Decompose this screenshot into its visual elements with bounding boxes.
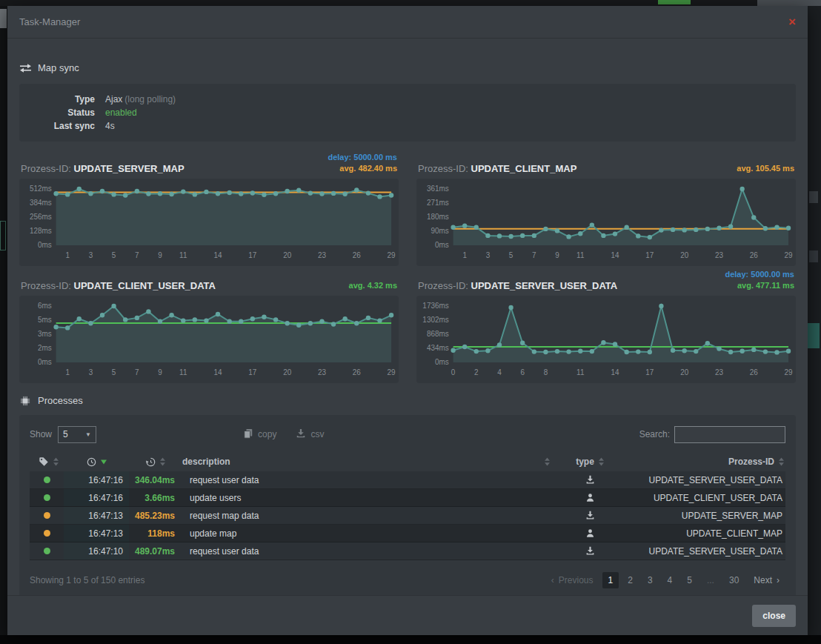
sort-desc-icon: [101, 459, 107, 465]
column-header-type[interactable]: type: [556, 457, 624, 467]
pagination-page-3[interactable]: 3: [642, 572, 659, 588]
svg-text:1: 1: [462, 251, 467, 259]
last-sync-value: 4s: [105, 119, 796, 133]
chart-delay-label: delay: 5000.00 ms: [328, 152, 397, 163]
svg-text:29: 29: [785, 251, 793, 259]
chip-icon: [19, 396, 32, 406]
table-row[interactable]: 16:47:16346.04msrequest user dataUPDATE_…: [30, 471, 785, 489]
status-dot: [44, 494, 50, 501]
svg-text:11: 11: [179, 368, 187, 376]
pagination-page-5[interactable]: 5: [681, 572, 698, 588]
chart-title-prefix: Prozess-ID:: [21, 163, 71, 174]
svg-text:26: 26: [750, 251, 758, 259]
chevron-left-icon: ‹: [551, 575, 554, 585]
entries-summary: Showing 1 to 5 of 150 entries: [30, 575, 144, 585]
prozess-id-column-label: Prozess-ID: [728, 457, 774, 467]
pagination-page-2[interactable]: 2: [622, 572, 639, 588]
download-icon: [585, 475, 595, 485]
status-cell: [30, 471, 64, 488]
map-sync-status-row: Status enabled: [19, 106, 796, 119]
svg-text:26: 26: [353, 368, 361, 376]
chart-stats: delay: 5000.00 msavg. 477.11 ms: [725, 269, 794, 291]
table-row[interactable]: 16:47:13118msupdate mapUPDATE_CLIENT_MAP: [30, 525, 785, 542]
pagination-page-30[interactable]: 30: [723, 572, 745, 588]
status-cell: [30, 489, 64, 506]
user-icon: [585, 528, 595, 538]
svg-text:14: 14: [213, 368, 222, 376]
svg-text:17: 17: [248, 368, 256, 376]
copy-button[interactable]: copy: [243, 428, 276, 441]
sort-icon: [599, 457, 604, 466]
copy-icon: [243, 428, 253, 441]
table-row[interactable]: 16:47:163.66msupdate usersUPDATE_CLIENT_…: [30, 489, 785, 507]
pagination-page-1[interactable]: 1: [602, 572, 619, 588]
csv-button-label: csv: [310, 429, 324, 439]
search-label: Search:: [639, 429, 670, 439]
type-cell: [556, 542, 624, 560]
close-button[interactable]: close: [752, 605, 796, 627]
column-header-time[interactable]: [64, 457, 129, 467]
table-row[interactable]: 16:47:10489.07msrequest user dataUPDATE_…: [30, 542, 785, 560]
pagination-ellipsis: ...: [701, 572, 720, 588]
svg-text:7: 7: [135, 368, 139, 376]
chevron-right-icon: ›: [777, 575, 780, 585]
svg-text:868ms: 868ms: [427, 330, 449, 338]
show-entries-value: 5: [63, 429, 68, 439]
chart-panel: 512ms384ms256ms128ms0ms13579111417202326…: [19, 179, 399, 266]
chart-update-client-user-data: Prozess-ID: UPDATE_CLIENT_USER_DATA avg.…: [19, 266, 399, 383]
chart-process-id: UPDATE_CLIENT_USER_DATA: [74, 280, 216, 291]
processes-panel: Show 5 ▼ copy csv: [19, 415, 796, 595]
svg-text:26: 26: [353, 251, 361, 259]
download-icon: [585, 511, 595, 520]
show-entries-select[interactable]: 5 ▼: [58, 426, 96, 443]
svg-text:5ms: 5ms: [38, 316, 52, 324]
backdrop-green-button: [658, 0, 691, 4]
close-icon[interactable]: ×: [788, 16, 796, 28]
column-header-status[interactable]: [30, 457, 64, 467]
time-cell: 16:47:10: [64, 542, 129, 560]
status-value: enabled: [105, 106, 796, 119]
pagination-previous[interactable]: ‹Previous: [545, 572, 599, 588]
table-row[interactable]: 16:47:13485.23msrequest map dataUPDATE_S…: [30, 507, 785, 525]
prozess-id-cell: UPDATE_SERVER_MAP: [624, 507, 785, 524]
backdrop-top-bar: [0, 0, 821, 6]
svg-text:7: 7: [135, 251, 139, 259]
svg-text:3ms: 3ms: [38, 330, 52, 338]
modal-title: Task-Manager: [19, 16, 80, 27]
chart-title: Prozess-ID: UPDATE_SERVER_USER_DATA: [418, 280, 617, 291]
chart-update-server-user-data: Prozess-ID: UPDATE_SERVER_USER_DATA dela…: [416, 266, 796, 383]
sort-icon: [545, 457, 550, 466]
column-header-duration[interactable]: [129, 457, 182, 467]
pagination-page-4[interactable]: 4: [662, 572, 679, 588]
svg-text:11: 11: [576, 368, 585, 376]
map-sync-lastsync-row: Last sync 4s: [19, 119, 796, 133]
svg-text:3: 3: [89, 368, 93, 376]
type-value-note: (long polling): [124, 94, 176, 104]
csv-button[interactable]: csv: [296, 428, 324, 441]
type-cell: [556, 471, 624, 488]
status-cell: [30, 525, 64, 542]
chart-update-server-map: Prozess-ID: UPDATE_SERVER_MAP delay: 500…: [19, 149, 399, 266]
chart-avg-label: avg. 4.32 ms: [349, 280, 397, 291]
svg-text:17: 17: [645, 368, 654, 376]
chart-process-id: UPDATE_CLIENT_MAP: [471, 163, 577, 174]
svg-text:2ms: 2ms: [38, 344, 52, 352]
svg-text:5: 5: [112, 251, 116, 259]
prozess-id-cell: UPDATE_SERVER_USER_DATA: [624, 542, 785, 560]
column-header-description[interactable]: description: [182, 457, 556, 467]
column-header-prozess-id[interactable]: Prozess-ID: [624, 457, 785, 467]
pagination: ‹Previous12345...30Next›: [545, 572, 785, 588]
backdrop-text-fragment: [809, 191, 818, 203]
backdrop-panel-edge: [757, 0, 821, 6]
svg-text:3: 3: [89, 251, 93, 259]
svg-text:20: 20: [680, 251, 688, 259]
type-value-main: Ajax: [105, 94, 122, 104]
backdrop-text-fragment: [809, 250, 818, 262]
tag-icon: [39, 457, 49, 467]
search-input[interactable]: [674, 426, 785, 443]
svg-text:20: 20: [680, 368, 688, 376]
pagination-next[interactable]: Next›: [748, 572, 785, 588]
description-cell: request user data: [182, 471, 556, 488]
prozess-id-cell: UPDATE_SERVER_USER_DATA: [624, 471, 785, 488]
chart-process-id: UPDATE_SERVER_USER_DATA: [471, 280, 618, 291]
